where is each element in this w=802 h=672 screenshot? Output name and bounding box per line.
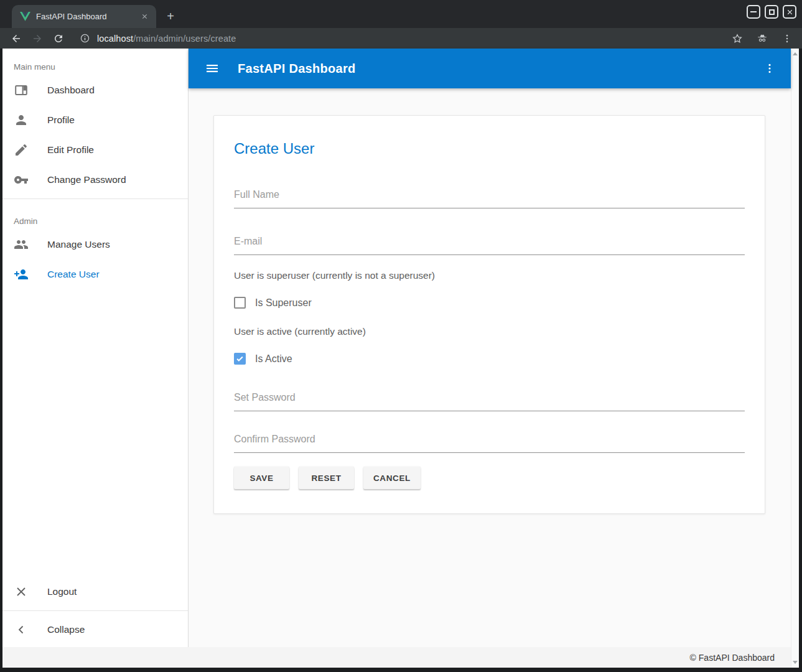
back-button[interactable] xyxy=(9,31,24,46)
person-icon xyxy=(14,113,29,128)
sidebar-section-admin: Admin xyxy=(2,203,188,230)
sidebar-item-create-user[interactable]: Create User xyxy=(2,259,188,289)
page-info-icon[interactable] xyxy=(80,33,90,44)
scrollbar[interactable] xyxy=(791,49,799,668)
sidebar-item-edit-profile[interactable]: Edit Profile xyxy=(2,135,188,165)
create-user-card: Create User User is superuser (currently… xyxy=(213,115,765,514)
new-tab-button[interactable]: + xyxy=(162,7,179,25)
sidebar-section-main-menu: Main menu xyxy=(2,49,188,75)
page-viewport: Main menu Dashboard xyxy=(2,49,799,668)
email-input[interactable] xyxy=(234,236,745,247)
url-path: /main/admin/users/create xyxy=(133,34,236,44)
scroll-down-icon[interactable] xyxy=(793,661,798,664)
minimize-button[interactable] xyxy=(747,5,760,19)
superuser-checkbox-label: Is Superuser xyxy=(255,297,312,309)
sidebar-bottom: Logout Collapse xyxy=(2,577,188,647)
page-body: Create User User is superuser (currently… xyxy=(189,88,791,647)
page-title: Create User xyxy=(234,141,745,157)
sidebar-divider xyxy=(2,198,188,199)
active-checkbox[interactable] xyxy=(234,353,246,365)
sidebar-item-profile[interactable]: Profile xyxy=(2,105,188,135)
form-actions: SAVE RESET CANCEL xyxy=(234,467,745,489)
sidebar: Main menu Dashboard xyxy=(2,49,189,647)
app-bar: FastAPI Dashboard xyxy=(189,49,791,88)
save-button[interactable]: SAVE xyxy=(234,467,289,489)
superuser-checkbox[interactable] xyxy=(234,297,246,309)
superuser-checkbox-row: Is Superuser xyxy=(234,297,745,309)
confirm-password-field xyxy=(234,434,745,453)
reload-button[interactable] xyxy=(51,31,66,46)
close-icon xyxy=(14,584,29,599)
sidebar-item-manage-users[interactable]: Manage Users xyxy=(2,230,188,259)
sidebar-item-label: Change Password xyxy=(47,174,126,185)
maximize-button[interactable] xyxy=(765,5,778,19)
sidebar-item-change-password[interactable]: Change Password xyxy=(2,165,188,195)
full-name-field xyxy=(234,189,745,208)
url-text: localhost/main/admin/users/create xyxy=(97,34,236,44)
sidebar-item-collapse[interactable]: Collapse xyxy=(2,615,188,645)
email-field xyxy=(234,236,745,255)
browser-tab[interactable]: FastAPI Dashboard xyxy=(12,5,156,28)
main-area: FastAPI Dashboard Create User xyxy=(189,49,791,647)
superuser-hint: User is superuser (currently is not a su… xyxy=(234,270,745,281)
sidebar-item-label: Profile xyxy=(47,114,75,126)
active-hint: User is active (currently active) xyxy=(234,326,745,337)
page-footer: © FastAPI Dashboard xyxy=(2,647,791,668)
browser-menu-button[interactable] xyxy=(781,32,793,45)
address-toolbar: localhost/main/admin/users/create xyxy=(0,28,802,49)
active-checkbox-row: Is Active xyxy=(234,353,745,365)
sidebar-item-label: Manage Users xyxy=(47,239,110,250)
sidebar-item-logout[interactable]: Logout xyxy=(2,577,188,607)
address-bar[interactable]: localhost/main/admin/users/create xyxy=(80,33,724,44)
full-name-input[interactable] xyxy=(234,189,745,200)
set-password-field xyxy=(234,392,745,411)
close-window-button[interactable] xyxy=(783,5,796,19)
incognito-icon xyxy=(756,32,768,45)
scroll-up-icon[interactable] xyxy=(793,52,798,55)
tab-title: FastAPI Dashboard xyxy=(36,12,139,21)
sidebar-divider xyxy=(2,610,188,611)
url-host: localhost xyxy=(97,34,133,44)
toolbar-actions xyxy=(731,32,793,45)
sidebar-item-dashboard[interactable]: Dashboard xyxy=(2,75,188,105)
forward-button[interactable] xyxy=(30,31,45,46)
copyright-text: © FastAPI Dashboard xyxy=(690,653,775,663)
set-password-input[interactable] xyxy=(234,392,745,403)
appbar-title: FastAPI Dashboard xyxy=(238,62,356,76)
reset-button[interactable]: RESET xyxy=(299,467,354,489)
bookmark-star-icon[interactable] xyxy=(731,32,744,45)
vue-logo-icon xyxy=(20,12,30,21)
sidebar-item-label: Create User xyxy=(47,269,100,280)
active-checkbox-label: Is Active xyxy=(255,353,292,365)
key-icon xyxy=(14,172,29,187)
cancel-button[interactable]: CANCEL xyxy=(363,467,421,489)
people-icon xyxy=(14,237,29,252)
sidebar-item-label: Logout xyxy=(47,586,77,597)
dashboard-icon xyxy=(14,83,29,98)
window-controls xyxy=(747,5,796,19)
tab-bar: FastAPI Dashboard + xyxy=(0,0,802,28)
person-add-icon xyxy=(14,267,29,282)
tab-close-button[interactable] xyxy=(139,11,150,22)
appbar-menu-button[interactable] xyxy=(762,61,777,76)
browser-window: FastAPI Dashboard + xyxy=(0,0,802,672)
sidebar-item-label: Collapse xyxy=(47,624,85,635)
pencil-icon xyxy=(14,142,29,157)
chevron-left-icon xyxy=(14,622,29,637)
confirm-password-input[interactable] xyxy=(234,434,745,445)
sidebar-item-label: Dashboard xyxy=(47,85,95,96)
sidebar-item-label: Edit Profile xyxy=(47,144,94,156)
hamburger-menu-button[interactable] xyxy=(205,61,220,76)
